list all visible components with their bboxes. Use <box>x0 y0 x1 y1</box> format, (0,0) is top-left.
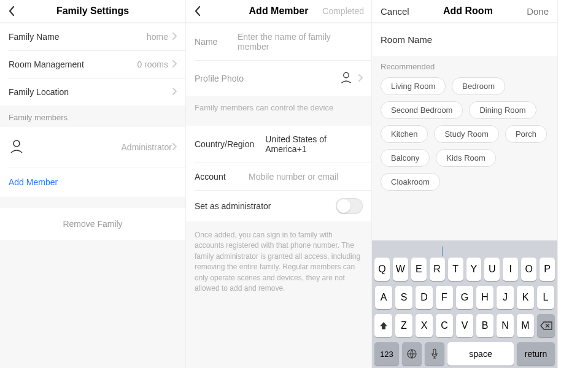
return-key[interactable]: return <box>517 342 555 366</box>
panel2-header: Add Member Completed <box>186 0 371 22</box>
letter-key[interactable]: W <box>393 258 408 281</box>
letter-key[interactable]: V <box>456 314 473 337</box>
letter-key[interactable]: O <box>521 258 536 281</box>
letter-key[interactable]: Q <box>374 258 390 281</box>
add-member-panel: Add Member Completed Name Enter the name… <box>186 0 372 368</box>
letter-key[interactable]: N <box>497 314 514 337</box>
keyboard: QWERTYUIOP ASDFGHJKL ZXCVBNM 123 space r… <box>372 240 557 368</box>
room-mgmt-value: 0 rooms <box>84 59 168 69</box>
family-name-value: home <box>59 32 168 42</box>
room-chip[interactable]: Porch <box>505 125 547 143</box>
person-icon <box>9 138 25 156</box>
room-chip[interactable]: Living Room <box>381 77 446 95</box>
text-cursor <box>442 247 443 256</box>
panel3-header: Cancel Add Room Done <box>372 0 557 22</box>
letter-key[interactable]: A <box>375 286 392 309</box>
letter-key[interactable]: P <box>540 258 555 281</box>
profile-photo-label: Profile Photo <box>195 74 339 83</box>
letter-key[interactable]: X <box>416 314 433 337</box>
mic-key[interactable] <box>425 342 444 366</box>
panel2-title: Add Member <box>249 6 309 17</box>
letter-key[interactable]: C <box>436 314 453 337</box>
completed-button[interactable]: Completed <box>322 6 364 16</box>
chevron-right-icon <box>172 32 177 42</box>
spacer <box>0 197 185 208</box>
letter-key[interactable]: J <box>497 286 514 309</box>
room-chip[interactable]: Second Bedroom <box>381 101 463 119</box>
profile-photo-row[interactable]: Profile Photo <box>186 61 371 96</box>
family-name-row[interactable]: Family Name home <box>0 23 185 50</box>
letter-key[interactable]: F <box>436 286 453 309</box>
country-region-row[interactable]: Country/Region United States of America+… <box>186 126 371 163</box>
letter-key[interactable]: U <box>484 258 500 281</box>
name-row[interactable]: Name Enter the name of family member <box>186 23 371 60</box>
shift-key[interactable] <box>374 314 392 337</box>
letter-key[interactable]: Z <box>395 314 412 337</box>
account-input[interactable]: Mobile number or email <box>249 172 363 182</box>
room-chip[interactable]: Bedroom <box>452 77 505 95</box>
keyboard-row-2: ASDFGHJKL <box>374 286 555 309</box>
add-member-button[interactable]: Add Member <box>0 167 185 197</box>
letter-key[interactable]: D <box>416 286 433 309</box>
letter-key[interactable]: L <box>537 286 554 309</box>
keyboard-row-bottom: 123 space return <box>374 342 555 366</box>
svg-point-1 <box>344 72 349 77</box>
letter-key[interactable]: T <box>448 258 463 281</box>
svg-rect-3 <box>433 349 436 355</box>
chevron-right-icon <box>172 142 177 152</box>
room-management-row[interactable]: Room Management 0 rooms <box>0 51 185 78</box>
back-icon[interactable] <box>193 6 202 17</box>
letter-key[interactable]: Y <box>466 258 482 281</box>
spacer <box>186 302 371 368</box>
room-chip[interactable]: Dining Room <box>469 101 536 119</box>
letter-key[interactable]: H <box>476 286 493 309</box>
panel1-title: Family Settings <box>56 6 129 17</box>
letter-key[interactable]: G <box>456 286 473 309</box>
spacer <box>0 240 185 368</box>
family-settings-panel: Family Settings Family Name home Room Ma… <box>0 0 186 368</box>
cancel-button[interactable]: Cancel <box>381 6 409 17</box>
numeric-key[interactable]: 123 <box>374 342 399 366</box>
svg-point-0 <box>14 140 20 147</box>
family-location-label: Family Location <box>9 87 69 97</box>
letter-key[interactable]: S <box>395 286 412 309</box>
set-admin-toggle[interactable] <box>336 198 363 214</box>
room-name-label[interactable]: Room Name <box>372 23 557 56</box>
family-location-row[interactable]: Family Location <box>0 79 185 105</box>
letter-key[interactable]: I <box>503 258 518 281</box>
control-hint: Family members can control the device <box>186 96 371 126</box>
remove-family-button[interactable]: Remove Family <box>0 208 185 240</box>
letter-key[interactable]: M <box>517 314 534 337</box>
member-row[interactable]: Administrator <box>0 127 185 167</box>
spacer <box>372 197 557 240</box>
letter-key[interactable]: R <box>430 258 445 281</box>
room-chip[interactable]: Kids Room <box>436 149 496 167</box>
keyboard-row-3: ZXCVBNM <box>374 314 555 337</box>
letter-key[interactable]: K <box>517 286 534 309</box>
room-chip[interactable]: Cloakroom <box>381 173 440 191</box>
recommended-section: Recommended Living RoomBedroomSecond Bed… <box>372 56 557 197</box>
room-chips: Living RoomBedroomSecond BedroomDining R… <box>381 77 549 191</box>
letter-key[interactable]: E <box>411 258 427 281</box>
backspace-key[interactable] <box>537 314 555 337</box>
panel3-title: Add Room <box>409 6 527 17</box>
set-admin-row: Set as administrator <box>186 191 371 221</box>
account-label: Account <box>195 172 238 182</box>
recommended-label: Recommended <box>381 62 549 71</box>
name-label: Name <box>195 37 238 47</box>
panel1-header: Family Settings <box>0 0 185 22</box>
country-value: United States of America+1 <box>265 134 363 154</box>
done-button[interactable]: Done <box>527 6 549 17</box>
name-input[interactable]: Enter the name of family member <box>238 32 363 52</box>
room-chip[interactable]: Balcony <box>381 149 430 167</box>
space-key[interactable]: space <box>447 342 514 366</box>
family-members-section-label: Family members <box>0 105 185 127</box>
member-role: Administrator <box>29 142 172 152</box>
letter-key[interactable]: B <box>476 314 493 337</box>
room-chip[interactable]: Kitchen <box>381 125 428 143</box>
country-label: Country/Region <box>195 139 254 149</box>
room-chip[interactable]: Study Room <box>434 125 499 143</box>
account-row[interactable]: Account Mobile number or email <box>186 163 371 190</box>
back-icon[interactable] <box>7 6 16 17</box>
globe-key[interactable] <box>402 342 422 366</box>
